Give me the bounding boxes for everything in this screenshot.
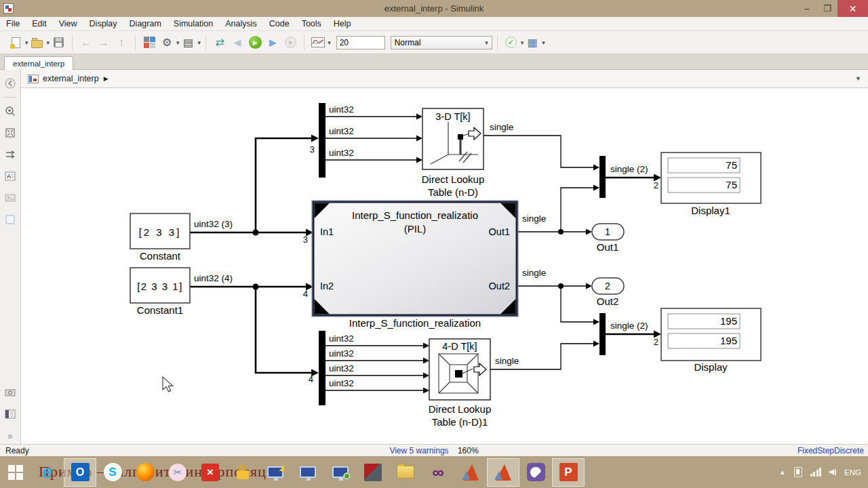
taskbar-dark-red-app[interactable]	[357, 458, 389, 487]
restore-button[interactable]: ❐	[817, 0, 837, 17]
model-advisor-button[interactable]: ✓	[504, 35, 519, 51]
tray-expand-icon[interactable]: ▲	[779, 468, 786, 476]
new-model-caret-icon[interactable]: ▾	[25, 39, 28, 46]
build-button[interactable]: ▦	[525, 35, 540, 51]
sfunction-in1-port: In1	[320, 226, 334, 237]
constant1-block[interactable]: [2 3 3 1]	[130, 268, 190, 303]
taskbar-outlook[interactable]: O	[64, 458, 96, 487]
configuration-button[interactable]: ⚙	[159, 35, 174, 51]
wire[interactable]	[561, 188, 594, 232]
open-caret-icon[interactable]: ▾	[47, 39, 50, 46]
outport1-block[interactable]: 1	[592, 224, 624, 240]
model-icon	[28, 75, 39, 83]
screenshot-button[interactable]	[2, 384, 18, 401]
fit-to-view-button[interactable]	[2, 125, 18, 141]
annotation-button[interactable]: A	[2, 168, 18, 184]
save-button[interactable]	[51, 35, 66, 51]
taskbar-matlab[interactable]	[454, 458, 487, 487]
menu-simulation[interactable]: Simulation	[167, 17, 219, 31]
palette-expand-button[interactable]: »	[2, 428, 18, 444]
close-button[interactable]: ✕	[837, 0, 868, 17]
menu-file[interactable]: File	[0, 17, 26, 31]
scope-wave-icon	[311, 37, 325, 47]
outport2-block[interactable]: 2	[592, 278, 624, 294]
taskbar-pc-transfer[interactable]	[259, 458, 292, 487]
mux-top-block[interactable]	[599, 156, 606, 198]
build-caret-icon[interactable]: ▾	[542, 39, 545, 46]
taskbar-skype[interactable]: S	[96, 458, 129, 487]
tray-power-icon[interactable]	[794, 467, 802, 477]
library-browser-button[interactable]	[142, 35, 157, 51]
menu-analysis[interactable]: Analysis	[219, 17, 263, 31]
simulation-display-button[interactable]	[311, 35, 326, 51]
menu-tools[interactable]: Tools	[296, 17, 328, 31]
menu-display[interactable]: Display	[83, 17, 123, 31]
lookup-4d-block[interactable]: 4-D T[k]	[429, 339, 490, 400]
constant-block[interactable]: [2 3 3]	[130, 214, 190, 249]
taskbar-firefox[interactable]	[129, 458, 161, 487]
taskbar-snipping-tool[interactable]: ✂	[161, 458, 194, 487]
tray-volume-icon[interactable]	[829, 468, 836, 476]
taskbar-red-x-app[interactable]: ×	[194, 458, 226, 487]
up-button[interactable]: ↑	[114, 35, 129, 51]
new-model-button[interactable]	[8, 35, 23, 51]
display1-block[interactable]: 75 75	[661, 152, 761, 203]
zoom-button[interactable]	[2, 103, 18, 119]
hide-explorer-bar-button[interactable]	[2, 75, 18, 92]
taskbar-pc-green[interactable]	[324, 458, 357, 487]
model-browser-button[interactable]	[2, 406, 18, 422]
menu-code[interactable]: Code	[263, 17, 296, 31]
menu-view[interactable]: View	[53, 17, 83, 31]
taskbar-pc-remote[interactable]	[292, 458, 324, 487]
step-forward-button[interactable]: ▶	[265, 35, 280, 51]
wire[interactable]	[256, 138, 313, 232]
signal-routing-button[interactable]	[2, 146, 18, 163]
open-button[interactable]	[30, 35, 45, 51]
model-canvas[interactable]: [2 3 3] Constant uint32 (3) [2 3 3 1] Co…	[21, 88, 868, 444]
image-button[interactable]	[2, 190, 18, 206]
wire[interactable]	[561, 286, 594, 322]
lookup-3d-block[interactable]: 3-D T[k]	[422, 108, 484, 169]
update-diagram-button[interactable]: ⇄	[212, 35, 227, 51]
wire[interactable]	[484, 136, 594, 167]
breadcrumb-model[interactable]: external_interp	[43, 74, 99, 83]
step-back-button[interactable]: ◀	[230, 35, 245, 51]
taskbar-powerpoint[interactable]: P	[552, 458, 585, 487]
menu-help[interactable]: Help	[328, 17, 357, 31]
taskbar-internet-explorer[interactable]: e	[31, 458, 64, 487]
minimize-button[interactable]: –	[797, 0, 817, 17]
configuration-caret-icon[interactable]: ▾	[176, 39, 180, 46]
stop-time-input[interactable]	[336, 36, 385, 49]
breadcrumb-dropdown-icon[interactable]: ▼	[855, 75, 861, 82]
taskbar-lock-app[interactable]	[226, 458, 259, 487]
taskbar-matlab-active[interactable]	[487, 458, 519, 487]
model-settings-caret-icon[interactable]: ▾	[198, 39, 201, 46]
tray-network-icon[interactable]	[810, 468, 822, 476]
taskbar-file-explorer[interactable]	[389, 458, 422, 487]
demux-bottom-block[interactable]	[319, 331, 326, 405]
menu-diagram[interactable]: Diagram	[123, 17, 167, 31]
area-button[interactable]	[2, 211, 18, 228]
stop-button[interactable]: ■	[283, 35, 298, 51]
run-button[interactable]: ▶	[248, 35, 262, 51]
taskbar-purple-app[interactable]	[519, 458, 552, 487]
language-indicator[interactable]: ENG	[844, 468, 861, 476]
simulation-mode-select[interactable]: Normal ▾	[391, 36, 492, 49]
constant1-name: Constant1	[137, 304, 183, 316]
start-button[interactable]	[0, 456, 31, 488]
sfunction-pil-block[interactable]: Interp_S_function_realizatio (PIL) In1 I…	[312, 201, 518, 317]
forward-button[interactable]: →	[96, 35, 111, 51]
wire[interactable]	[256, 287, 313, 373]
display-block[interactable]: 195 195	[661, 308, 761, 361]
simulation-display-caret-icon[interactable]: ▾	[328, 39, 331, 46]
model-advisor-caret-icon[interactable]: ▾	[521, 39, 524, 46]
taskbar-visual-studio[interactable]: ∞	[422, 458, 454, 487]
mux-bottom-block[interactable]	[599, 313, 606, 355]
camera-icon	[4, 386, 16, 399]
menu-edit[interactable]: Edit	[26, 17, 53, 31]
view-warnings-link[interactable]: View 5 warnings	[389, 446, 448, 455]
demux-top-block[interactable]	[319, 103, 326, 178]
back-button[interactable]: ←	[79, 35, 94, 51]
model-settings-button[interactable]: ▤	[181, 35, 196, 51]
tab-external-interp[interactable]: external_interp	[4, 56, 73, 70]
